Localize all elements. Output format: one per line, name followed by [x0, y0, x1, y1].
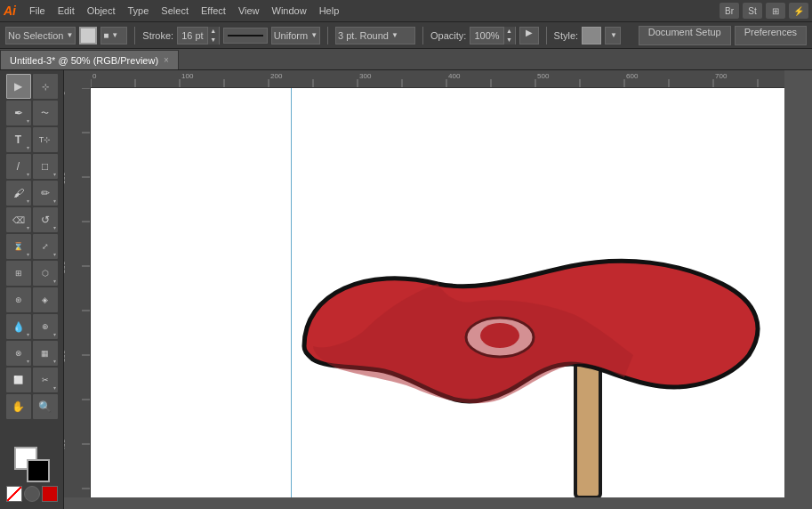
svg-text:0: 0: [92, 72, 97, 80]
stroke-label: Stroke:: [142, 30, 173, 41]
opacity-up-arrow[interactable]: ▲: [504, 27, 515, 36]
toolbox: ▶ ⊹ ✒ ▾ 〜 T ▾ T⊹: [0, 70, 64, 509]
svg-text:200: 200: [270, 72, 283, 80]
style-label: Style:: [554, 30, 579, 41]
preferences-button[interactable]: Preferences: [735, 26, 807, 45]
svg-text:700: 700: [715, 72, 728, 80]
curvature-tool-btn[interactable]: 〜: [33, 101, 58, 125]
color-panel: [2, 443, 61, 505]
fg-bg-squares: [14, 447, 50, 482]
style-dropdown[interactable]: ▼: [605, 27, 621, 44]
svg-rect-0: [91, 70, 784, 88]
svg-text:200: 200: [64, 261, 67, 273]
swatch-color[interactable]: [42, 486, 58, 502]
scale-tool-btn[interactable]: ⤢ ▾: [33, 234, 58, 259]
type-tool-btn[interactable]: T ▾: [6, 127, 31, 152]
tab-title: Untitled-3* @ 50% (RGB/Preview): [10, 55, 158, 66]
artwork-svg: [91, 88, 784, 497]
touch-type-btn[interactable]: T⊹: [33, 127, 58, 152]
svg-rect-25: [64, 88, 91, 497]
menu-type[interactable]: Type: [122, 4, 156, 18]
document-tab[interactable]: Untitled-3* @ 50% (RGB/Preview) ×: [0, 50, 179, 69]
pen-tool-btn[interactable]: ✒ ▾: [6, 101, 31, 125]
svg-text:400: 400: [448, 72, 461, 80]
stroke-profile-line[interactable]: [223, 28, 268, 44]
selection-dropdown[interactable]: No Selection ▼: [5, 27, 76, 44]
svg-text:100: 100: [181, 72, 194, 80]
svg-text:100: 100: [64, 172, 67, 184]
stock-icon[interactable]: St: [743, 3, 762, 19]
grid-icon[interactable]: ⊞: [766, 3, 785, 19]
stroke-cap-dropdown[interactable]: 3 pt. Round ▼: [335, 27, 415, 44]
main-area: ▶ ⊹ ✒ ▾ 〜 T ▾ T⊹: [0, 70, 812, 509]
app-logo: Ai: [4, 4, 16, 18]
style-swatch[interactable]: [582, 27, 601, 44]
opacity-label: Opacity:: [430, 30, 466, 41]
zoom-tool-btn[interactable]: 🔍: [33, 394, 58, 419]
separator-3: [422, 27, 423, 44]
selection-tool-btn[interactable]: ▶: [6, 74, 31, 99]
stroke-up-arrow[interactable]: ▲: [208, 27, 219, 36]
ruler-corner: [64, 70, 91, 88]
separator-4: [546, 27, 547, 44]
svg-text:300: 300: [359, 72, 372, 80]
free-transform-btn[interactable]: ⊞: [6, 261, 31, 286]
eraser-tool-btn[interactable]: ⌫ ▾: [6, 207, 31, 232]
menu-file[interactable]: File: [23, 4, 52, 18]
menu-bar: Ai File Edit Object Type Select Effect V…: [0, 0, 812, 22]
direct-selection-tool-btn[interactable]: ⊹: [33, 74, 58, 99]
line-tool-btn[interactable]: / ▾: [6, 154, 31, 179]
stroke-width-spinner[interactable]: 16 pt ▲ ▼: [177, 27, 219, 44]
pencil-tool-btn[interactable]: ✏ ▾: [33, 181, 58, 206]
menu-help[interactable]: Help: [313, 4, 346, 18]
tab-close-button[interactable]: ×: [164, 55, 169, 65]
perspective-btn[interactable]: ⬡ ▾: [33, 261, 58, 286]
bridge-icon[interactable]: Br: [720, 3, 739, 19]
blend-tool-btn[interactable]: ⊕ ▾: [33, 314, 58, 339]
hand-tool-btn[interactable]: ✋: [6, 394, 31, 419]
menu-window[interactable]: Window: [266, 4, 313, 18]
svg-text:0: 0: [64, 91, 67, 95]
separator-1: [134, 27, 135, 44]
svg-text:500: 500: [537, 72, 550, 80]
stroke-down-arrow[interactable]: ▼: [208, 36, 219, 44]
horizontal-ruler: 0100200300400500600700: [91, 70, 784, 88]
paintbrush-tool-btn[interactable]: 🖌 ▾: [6, 181, 31, 206]
menu-select[interactable]: Select: [155, 4, 195, 18]
slice-tool-btn[interactable]: ✂ ▾: [33, 368, 58, 392]
menu-effect[interactable]: Effect: [195, 4, 232, 18]
opacity-spinner[interactable]: 100% ▲ ▼: [470, 27, 515, 44]
warp-tool-btn[interactable]: ⌛ ▾: [6, 234, 31, 259]
rotate-tool-btn[interactable]: ↺ ▾: [33, 207, 58, 232]
gradient-tool-btn[interactable]: ◈: [33, 287, 58, 312]
color-indicator[interactable]: [24, 486, 40, 502]
color-mode-dropdown[interactable]: ■ ▼: [100, 27, 127, 44]
menu-view[interactable]: View: [232, 4, 266, 18]
fill-color-swatch[interactable]: [79, 27, 97, 44]
tab-bar: Untitled-3* @ 50% (RGB/Preview) ×: [0, 49, 812, 70]
opacity-more-button[interactable]: ▶: [519, 27, 539, 44]
rect-tool-btn[interactable]: □ ▾: [33, 154, 58, 179]
svg-text:300: 300: [64, 350, 67, 362]
document-setup-button[interactable]: Document Setup: [639, 26, 731, 45]
none-color[interactable]: [6, 486, 22, 502]
menu-object[interactable]: Object: [81, 4, 122, 18]
lightning-icon[interactable]: ⚡: [789, 3, 808, 19]
svg-text:600: 600: [626, 72, 639, 80]
stroke-profile-dropdown[interactable]: Uniform ▼: [271, 27, 320, 44]
opacity-down-arrow[interactable]: ▼: [504, 36, 515, 44]
vertical-ruler: 0100200300400: [64, 88, 91, 497]
menu-edit[interactable]: Edit: [52, 4, 81, 18]
options-toolbar: No Selection ▼ ■ ▼ Stroke: 16 pt ▲ ▼ Uni…: [0, 22, 812, 49]
separator-2: [327, 27, 328, 44]
top-app-icons: Br St ⊞ ⚡: [720, 3, 808, 19]
eyedropper-tool-btn[interactable]: 💧 ▾: [6, 314, 31, 339]
bar-graph-btn[interactable]: ▦ ▾: [33, 341, 58, 366]
mesh-tool-btn[interactable]: ⊛: [6, 287, 31, 312]
symbol-tool-btn[interactable]: ⊗ ▾: [6, 341, 31, 366]
canvas-area: 0100200300400500600700 0100200300400: [64, 70, 812, 509]
artboard-tool-btn[interactable]: ⬜: [6, 368, 31, 392]
svg-text:400: 400: [64, 439, 67, 451]
canvas-document: [91, 88, 784, 497]
background-color[interactable]: [27, 459, 50, 482]
